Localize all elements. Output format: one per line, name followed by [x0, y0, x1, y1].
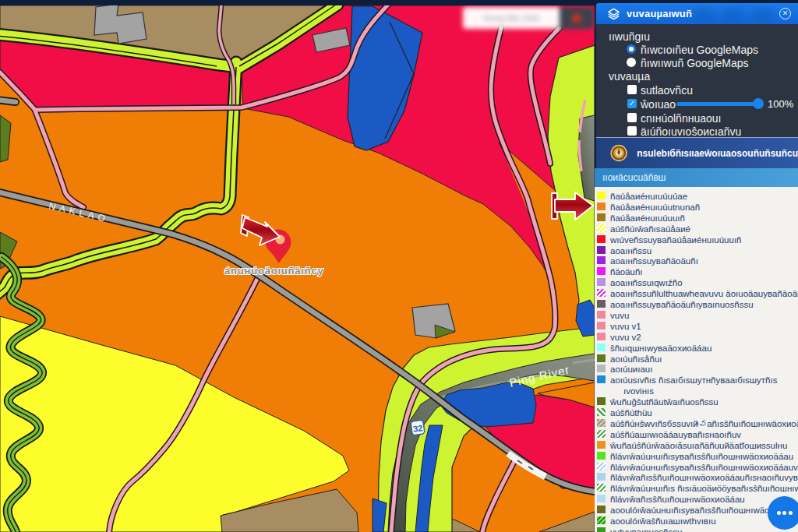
svg-text:32: 32	[412, 423, 423, 434]
svg-text:ánuнúoäoıuñäıñcy: ánuнúoäoıuñäıñcy	[224, 265, 324, 277]
